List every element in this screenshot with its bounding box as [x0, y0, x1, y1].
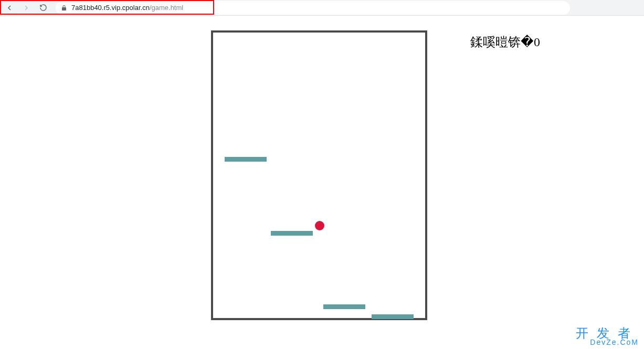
lock-icon — [61, 5, 67, 11]
watermark: 开发者 DevZe.CoM — [576, 327, 639, 346]
reload-button[interactable] — [36, 1, 50, 15]
browser-toolbar: 7a81bb40.r5.vip.cpolar.cn/game.html — [0, 0, 644, 16]
url-path: /game.html — [150, 4, 183, 12]
platform — [372, 314, 414, 319]
url-domain: 7a81bb40.r5.vip.cpolar.cn — [71, 4, 150, 12]
url-text: 7a81bb40.r5.vip.cpolar.cn/game.html — [71, 4, 183, 12]
score-label: 鍒嗘暟锛�0 — [470, 34, 540, 50]
player-ball — [315, 221, 324, 230]
back-button[interactable] — [2, 1, 17, 15]
forward-button[interactable] — [19, 1, 34, 15]
platform — [323, 304, 365, 309]
address-bar[interactable]: 7a81bb40.r5.vip.cpolar.cn/game.html — [56, 1, 570, 15]
platform — [271, 231, 313, 236]
game-canvas[interactable] — [211, 30, 427, 320]
platform — [225, 157, 267, 162]
